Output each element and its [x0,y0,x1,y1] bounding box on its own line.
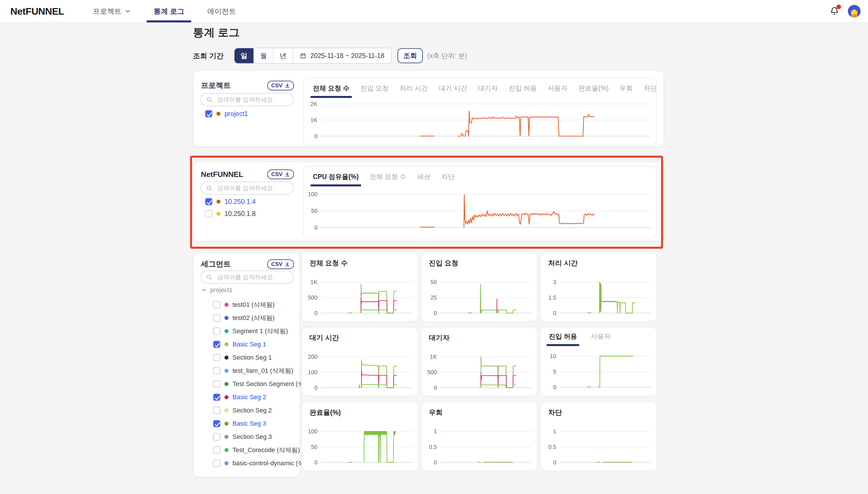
stat-card-title: 차단 [548,408,562,417]
netfunnel-search-input[interactable] [216,184,288,192]
date-range-picker[interactable]: 2025-11-18 ~ 2025-11-18 [293,48,391,63]
project-csv-button[interactable]: CSV [267,81,294,91]
period-label: 조회 기간 [193,51,223,61]
checkbox-unchecked[interactable] [213,380,220,388]
svg-text:50: 50 [431,279,437,285]
tab-사용자[interactable]: 사용자 [591,332,611,346]
netfunnel-statistics-page: { "navbar": { "logo": "NetFUNNEL", "menu… [0,0,868,494]
checkbox-unchecked[interactable] [213,327,220,335]
segment-csv-button[interactable]: CSV [267,259,294,269]
netfunnel-list: 10.250.1.410.250.1.8 [205,197,256,218]
segment-panel: 세그먼트 CSV project1 test01 (삭제됨)test02 (삭제… [193,252,300,477]
checkbox-checked[interactable] [205,198,212,205]
checkbox-unchecked[interactable] [213,367,220,375]
csv-label: CSV [271,82,282,89]
list-item[interactable]: project1 [205,110,248,118]
color-dot [224,448,229,452]
svg-text:200: 200 [308,354,317,360]
nav-item-통계 로그[interactable]: 통계 로그 [142,0,196,22]
filter-row: 조회 기간 일월년 2025-11-18 ~ 2025-11-18 조회 (x축… [193,48,467,63]
download-icon [285,83,290,88]
tab-전체 요청 수[interactable]: 전체 요청 수 [370,172,407,186]
svg-text:100: 100 [308,428,317,435]
line-chart: 0100200 [302,347,418,394]
chevron-down-icon [201,287,207,293]
checkbox-unchecked[interactable] [213,407,220,414]
period-option-년[interactable]: 년 [274,48,293,63]
item-label: Basic Seg 2 [233,394,266,401]
tab-처리 시간[interactable]: 처리 시간 [399,84,428,98]
line-chart: 05001K [302,272,418,319]
svg-text:0: 0 [553,310,556,316]
stat-card-title: 완료율(%) [310,408,341,417]
color-dot [224,382,229,386]
checkbox-unchecked[interactable] [213,314,220,322]
svg-text:0: 0 [314,459,317,466]
line-chart: 050100 [302,422,418,469]
color-dot [224,356,229,360]
checkbox-checked[interactable] [213,341,220,348]
tab-진입 요청[interactable]: 진입 요청 [360,84,389,98]
tab-차단[interactable]: 차단 [644,84,657,98]
project-list: project1 [205,110,248,118]
stat-card-대기자: 대기자05001K [421,327,538,396]
item-label: 10.250.1.8 [224,210,256,218]
period-option-월[interactable]: 월 [254,48,274,63]
period-option-일[interactable]: 일 [235,48,254,63]
tab-사용자[interactable]: 사용자 [548,84,568,98]
tab-우회[interactable]: 우회 [619,84,633,98]
stat-card-우회: 우회00.51 [421,401,538,471]
tab-전체 요청 수[interactable]: 전체 요청 수 [313,84,350,98]
user-avatar[interactable] [848,5,861,18]
project-search-input[interactable] [216,96,288,104]
stat-card-진입 허용: 진입 허용사용자0510 [540,327,657,396]
item-label: Basic Seg 3 [233,420,266,428]
checkbox-checked[interactable] [213,420,220,428]
line-chart: 0510 [541,349,657,394]
list-item[interactable]: 10.250.1.8 [205,210,256,218]
tree-root-label: project1 [210,286,233,294]
tab-대기자[interactable]: 대기자 [478,84,498,98]
checkbox-unchecked[interactable] [213,446,220,454]
netfunnel-csv-button[interactable]: CSV [267,169,294,179]
query-button[interactable]: 조회 [397,48,423,63]
item-label: 10.250.1.4 [224,198,256,206]
project-chart-card: 전체 요청 수진입 요청처리 시간대기 시간대기자진입 허용사용자완료율(%)우… [303,78,657,146]
svg-text:2K: 2K [311,101,318,107]
item-label: Section Seg 2 [233,407,272,414]
tab-세션[interactable]: 세션 [417,172,431,186]
line-chart: 01.53 [541,272,657,319]
stat-card-전체 요청 수: 전체 요청 수05001K [301,252,418,322]
nav-item-프로젝트[interactable]: 프로젝트 [81,0,142,22]
color-dot [224,342,229,346]
svg-text:100: 100 [308,191,317,197]
list-item[interactable]: 10.250.1.4 [205,197,256,206]
svg-text:0: 0 [314,224,317,231]
tab-CPU 점유율(%)[interactable]: CPU 점유율(%) [313,172,359,186]
segment-search-input[interactable] [216,273,288,281]
tab-진입 허용[interactable]: 진입 허용 [549,332,577,346]
svg-text:0: 0 [434,384,437,391]
tab-완료율(%)[interactable]: 완료율(%) [578,84,609,98]
item-label: test_liam_01 (삭제됨) [233,366,293,375]
item-label: project1 [224,110,248,118]
checkbox-unchecked[interactable] [213,354,220,361]
search-icon [206,274,212,280]
checkbox-unchecked[interactable] [205,210,212,217]
checkbox-checked[interactable] [205,110,212,117]
download-icon [285,172,290,177]
color-dot [224,329,229,333]
tab-차단[interactable]: 차단 [441,172,455,186]
checkbox-unchecked[interactable] [213,301,220,308]
line-chart: 00.51 [421,422,537,469]
svg-text:0: 0 [314,133,317,139]
checkbox-unchecked[interactable] [213,459,220,467]
netfunnel-panel-title: NetFUNNEL [201,170,243,179]
tab-대기 시간[interactable]: 대기 시간 [439,84,467,98]
search-icon [206,96,212,103]
tab-진입 허용[interactable]: 진입 허용 [509,84,537,98]
notification-bell-icon[interactable] [830,6,839,16]
nav-item-에이전트[interactable]: 에이전트 [196,0,248,22]
checkbox-unchecked[interactable] [213,433,220,441]
checkbox-checked[interactable] [213,394,220,401]
